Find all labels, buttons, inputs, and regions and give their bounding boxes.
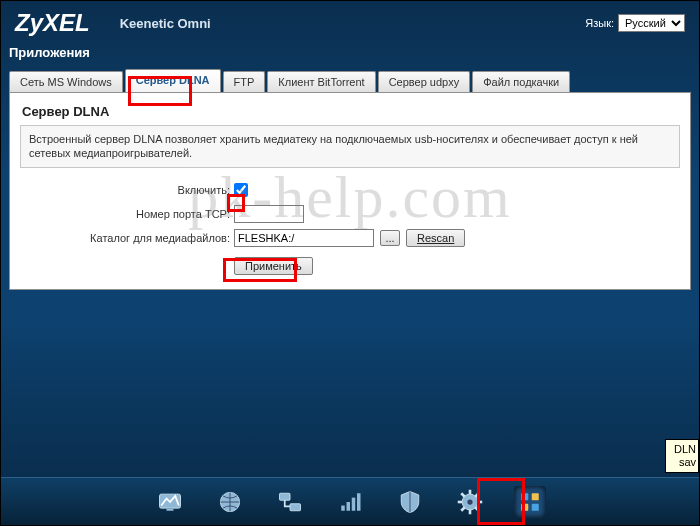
svg-rect-7 <box>352 497 356 510</box>
svg-line-16 <box>475 507 479 511</box>
panel-title: Сервер DLNA <box>22 104 680 119</box>
brand-logo: ZyXEL <box>15 9 90 37</box>
panel-dlna: Сервер DLNA Встроенный сервер DLNA позво… <box>9 92 691 290</box>
svg-point-10 <box>467 499 472 504</box>
port-input[interactable] <box>234 205 304 223</box>
bottom-nav <box>1 477 699 525</box>
tab-ftp[interactable]: FTP <box>223 71 266 92</box>
tab-swap[interactable]: Файл подкачки <box>472 71 570 92</box>
svg-line-18 <box>475 493 479 497</box>
svg-line-15 <box>461 493 465 497</box>
apply-button[interactable]: Применить <box>234 257 313 275</box>
shield-icon[interactable] <box>394 486 426 518</box>
product-name: Keenetic Omni <box>120 16 211 31</box>
section-title: Приложения <box>1 45 699 62</box>
svg-rect-5 <box>341 505 345 510</box>
rescan-button[interactable]: Rescan <box>406 229 465 247</box>
monitor-icon[interactable] <box>154 486 186 518</box>
svg-rect-19 <box>521 493 528 500</box>
tooltip-line1: DLN <box>672 443 696 456</box>
tab-ms-windows[interactable]: Сеть MS Windows <box>9 71 123 92</box>
tooltip-line2: sav <box>672 456 696 469</box>
globe-icon[interactable] <box>214 486 246 518</box>
svg-rect-6 <box>347 502 351 511</box>
svg-rect-20 <box>532 493 539 500</box>
signal-icon[interactable] <box>334 486 366 518</box>
tooltip: DLN sav <box>665 439 699 473</box>
language-select[interactable]: Русский <box>618 14 685 32</box>
gear-icon[interactable] <box>454 486 486 518</box>
enable-checkbox[interactable] <box>234 183 248 197</box>
tabs-row: Сеть MS Windows Сервер DLNA FTP Клиент B… <box>1 62 699 92</box>
svg-rect-8 <box>357 493 361 511</box>
tab-udpxy[interactable]: Сервер udpxy <box>378 71 471 92</box>
apps-icon[interactable] <box>514 486 546 518</box>
browse-button[interactable]: ... <box>380 230 400 246</box>
dir-label: Каталог для медиафайлов: <box>20 232 234 244</box>
language-label: Язык: <box>585 17 614 29</box>
tab-dlna[interactable]: Сервер DLNA <box>125 69 221 92</box>
dir-input[interactable] <box>234 229 374 247</box>
svg-rect-22 <box>532 503 539 510</box>
svg-line-17 <box>461 507 465 511</box>
port-label: Номер порта TCP: <box>20 208 234 220</box>
network-icon[interactable] <box>274 486 306 518</box>
tab-bittorrent[interactable]: Клиент BitTorrent <box>267 71 375 92</box>
panel-description: Встроенный сервер DLNA позволяет хранить… <box>20 125 680 168</box>
svg-rect-1 <box>167 509 174 511</box>
svg-rect-4 <box>290 503 301 510</box>
svg-rect-3 <box>280 493 291 500</box>
enable-label: Включить: <box>20 184 234 196</box>
svg-rect-21 <box>521 503 528 510</box>
